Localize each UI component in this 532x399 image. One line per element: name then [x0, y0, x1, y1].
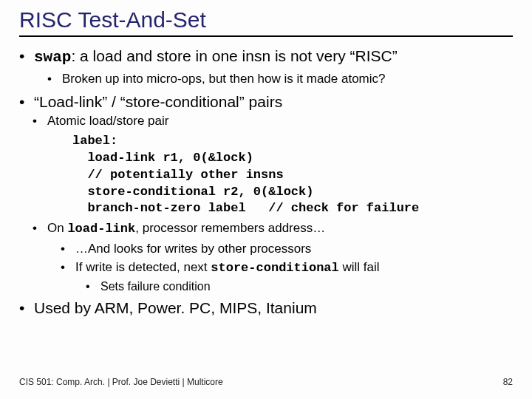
text: : a load and store in one insn is not ve… [71, 47, 397, 64]
bullet-swap: swap: a load and store in one insn is no… [19, 44, 513, 89]
text: On [47, 221, 67, 235]
bullet-looks-writes: …And looks for writes by other processor… [61, 239, 513, 259]
text: If write is detected, next [75, 260, 211, 274]
code-load-link: load-link [67, 222, 135, 236]
bullet-list: swap: a load and store in one insn is no… [19, 44, 513, 319]
bullet-microops: Broken up into micro-ops, but then how i… [47, 69, 513, 89]
bullet-on-load-link: On load-link, processor remembers addres… [33, 219, 513, 295]
bullet-write-detected: If write is detected, next store-conditi… [61, 258, 513, 295]
code-swap: swap [34, 49, 71, 66]
text: , processor remembers address… [135, 221, 325, 235]
llsc-children: li[data-name="llsc-children"]::before{co… [19, 112, 513, 295]
bullet-atomic-pair: Atomic load/store pair [33, 112, 513, 131]
title-rule [19, 35, 513, 37]
bullet-failure-condition: Sets failure condition [86, 278, 513, 295]
text: will fail [339, 260, 380, 274]
slide-title: RISC Test-And-Set [19, 7, 513, 33]
bullet-used-by: Used by ARM, Power. PC, MIPS, Itanium [19, 296, 513, 320]
code-store-conditional: store-conditional [211, 261, 338, 275]
slide: RISC Test-And-Set swap: a load and store… [0, 0, 532, 399]
code-block: label: load-link r1, 0(&lock) // potenti… [72, 133, 513, 218]
page-number: 82 [503, 377, 513, 387]
bullet-llsc: “Load-link” / “store-conditional” pairs [19, 90, 513, 114]
footer-left: CIS 501: Comp. Arch. | Prof. Joe Deviett… [19, 377, 223, 387]
footer: CIS 501: Comp. Arch. | Prof. Joe Deviett… [19, 377, 513, 387]
